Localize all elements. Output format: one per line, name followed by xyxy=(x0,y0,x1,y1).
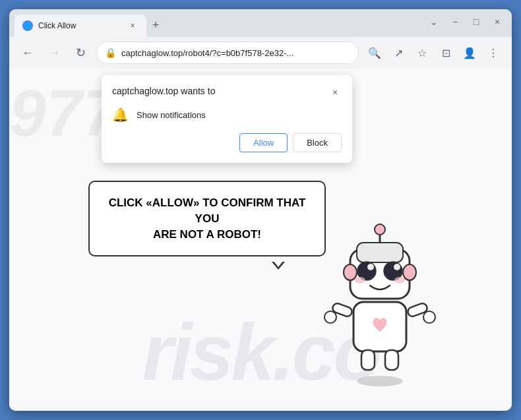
nav-right-icons: 🔍 ↗ ☆ ⊡ 👤 ⋮ xyxy=(364,42,504,63)
svg-point-1 xyxy=(375,224,385,235)
new-tab-button[interactable]: + xyxy=(146,16,165,34)
bookmark-button[interactable]: ☆ xyxy=(412,42,433,63)
tab-strip: 🌐 Click Allow × + xyxy=(15,9,425,37)
tab-close-button[interactable]: × xyxy=(127,20,138,32)
svg-rect-17 xyxy=(361,350,375,370)
window-controls: ⌄ − □ × xyxy=(425,13,506,34)
svg-point-7 xyxy=(394,264,400,270)
tab-title: Click Allow xyxy=(38,21,121,30)
share-button[interactable]: ↗ xyxy=(388,42,409,63)
forward-button[interactable]: → xyxy=(44,42,65,63)
main-text: CLICK «ALLOW» TO CONFIRM THAT YOU ARE NO… xyxy=(106,195,309,242)
svg-point-15 xyxy=(324,311,336,323)
svg-point-19 xyxy=(357,376,403,386)
profile-button[interactable]: 👤 xyxy=(459,42,480,63)
search-button[interactable]: 🔍 xyxy=(364,42,385,63)
menu-button[interactable]: ⋮ xyxy=(483,42,504,63)
page-content: 977 risk.co captchaglow.top wants to × 🔔… xyxy=(9,69,512,411)
popup-header: captchaglow.top wants to × xyxy=(112,86,342,99)
svg-rect-3 xyxy=(357,243,403,262)
address-bar[interactable]: 🔒 captchaglow.top/robot4/?c=b0b7f578-2e3… xyxy=(96,42,359,64)
block-button[interactable]: Block xyxy=(293,133,342,152)
popup-notification-text: Show notifications xyxy=(137,110,206,120)
dropdown-button[interactable]: ⌄ xyxy=(425,13,443,31)
speech-area: CLICK «ALLOW» TO CONFIRM THAT YOU ARE NO… xyxy=(88,181,326,256)
extensions-button[interactable]: ⊡ xyxy=(435,42,456,63)
robot-svg xyxy=(314,220,446,391)
browser-window: 🌐 Click Allow × + ⌄ − □ × ← → ↻ 🔒 captch… xyxy=(9,9,512,411)
maximize-button[interactable]: □ xyxy=(467,13,485,31)
popup-notification-row: 🔔 Show notifications xyxy=(112,107,342,123)
close-button[interactable]: × xyxy=(488,13,506,31)
refresh-button[interactable]: ↻ xyxy=(70,42,91,63)
svg-point-6 xyxy=(367,264,374,270)
url-text: captchaglow.top/robot4/?c=b0b7f578-2e32-… xyxy=(121,48,350,58)
robot-character xyxy=(314,220,446,391)
svg-point-11 xyxy=(403,264,416,280)
bell-icon: 🔔 xyxy=(112,107,129,123)
svg-point-9 xyxy=(394,277,405,284)
active-tab[interactable]: 🌐 Click Allow × xyxy=(15,15,146,37)
popup-title: captchaglow.top wants to xyxy=(112,86,215,96)
svg-point-8 xyxy=(355,277,365,284)
tab-favicon: 🌐 xyxy=(22,20,33,31)
nav-bar: ← → ↻ 🔒 captchaglow.top/robot4/?c=b0b7f5… xyxy=(9,37,512,69)
allow-button[interactable]: Allow xyxy=(239,133,288,152)
svg-rect-18 xyxy=(385,350,398,370)
notification-popup: captchaglow.top wants to × 🔔 Show notifi… xyxy=(102,75,352,163)
title-bar: 🌐 Click Allow × + ⌄ − □ × xyxy=(9,9,512,37)
speech-bubble: CLICK «ALLOW» TO CONFIRM THAT YOU ARE NO… xyxy=(88,181,326,256)
back-button[interactable]: ← xyxy=(17,42,38,63)
svg-point-10 xyxy=(344,264,357,280)
popup-close-button[interactable]: × xyxy=(328,86,342,99)
svg-point-16 xyxy=(423,311,435,323)
minimize-button[interactable]: − xyxy=(446,13,464,31)
lock-icon: 🔒 xyxy=(105,47,116,58)
popup-buttons: Allow Block xyxy=(112,133,342,152)
